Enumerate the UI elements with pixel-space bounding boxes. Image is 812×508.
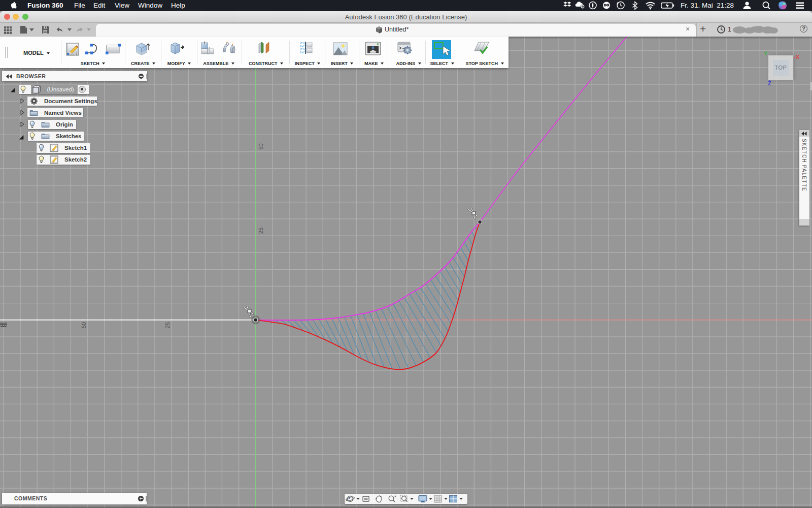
svg-text:25: 25 (258, 228, 264, 234)
svg-text:25: 25 (164, 322, 171, 328)
svg-text:50: 50 (81, 322, 87, 328)
svg-text:50: 50 (258, 143, 264, 149)
